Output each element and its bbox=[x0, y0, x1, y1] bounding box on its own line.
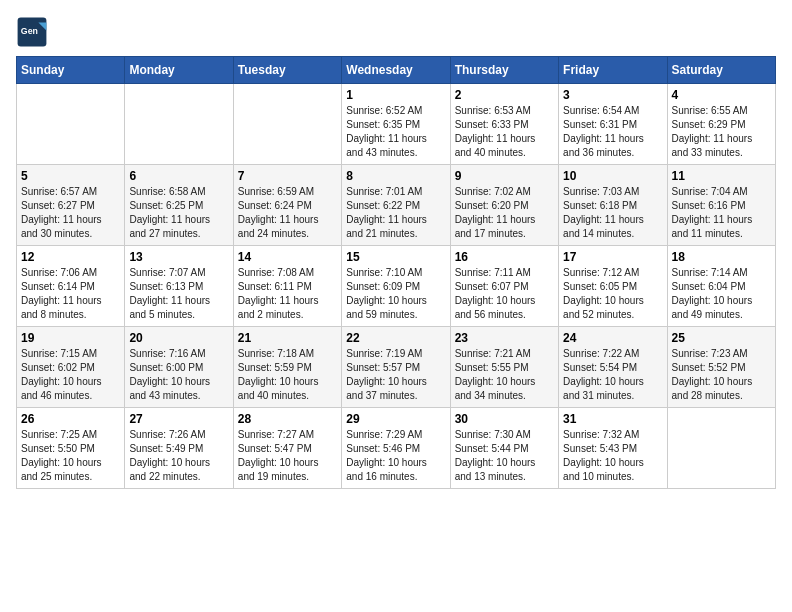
day-cell: 24Sunrise: 7:22 AM Sunset: 5:54 PM Dayli… bbox=[559, 327, 667, 408]
day-cell: 11Sunrise: 7:04 AM Sunset: 6:16 PM Dayli… bbox=[667, 165, 775, 246]
day-number: 3 bbox=[563, 88, 662, 102]
day-number: 23 bbox=[455, 331, 554, 345]
day-info: Sunrise: 6:59 AM Sunset: 6:24 PM Dayligh… bbox=[238, 185, 337, 241]
day-cell: 5Sunrise: 6:57 AM Sunset: 6:27 PM Daylig… bbox=[17, 165, 125, 246]
day-cell: 16Sunrise: 7:11 AM Sunset: 6:07 PM Dayli… bbox=[450, 246, 558, 327]
day-number: 27 bbox=[129, 412, 228, 426]
day-number: 7 bbox=[238, 169, 337, 183]
col-header-friday: Friday bbox=[559, 57, 667, 84]
week-row-2: 5Sunrise: 6:57 AM Sunset: 6:27 PM Daylig… bbox=[17, 165, 776, 246]
day-info: Sunrise: 7:15 AM Sunset: 6:02 PM Dayligh… bbox=[21, 347, 120, 403]
day-cell: 22Sunrise: 7:19 AM Sunset: 5:57 PM Dayli… bbox=[342, 327, 450, 408]
day-info: Sunrise: 7:29 AM Sunset: 5:46 PM Dayligh… bbox=[346, 428, 445, 484]
day-cell: 17Sunrise: 7:12 AM Sunset: 6:05 PM Dayli… bbox=[559, 246, 667, 327]
day-cell: 18Sunrise: 7:14 AM Sunset: 6:04 PM Dayli… bbox=[667, 246, 775, 327]
day-cell: 31Sunrise: 7:32 AM Sunset: 5:43 PM Dayli… bbox=[559, 408, 667, 489]
week-row-1: 1Sunrise: 6:52 AM Sunset: 6:35 PM Daylig… bbox=[17, 84, 776, 165]
day-cell: 29Sunrise: 7:29 AM Sunset: 5:46 PM Dayli… bbox=[342, 408, 450, 489]
day-cell: 12Sunrise: 7:06 AM Sunset: 6:14 PM Dayli… bbox=[17, 246, 125, 327]
day-info: Sunrise: 7:18 AM Sunset: 5:59 PM Dayligh… bbox=[238, 347, 337, 403]
day-number: 30 bbox=[455, 412, 554, 426]
logo: Gen bbox=[16, 16, 52, 48]
day-cell: 1Sunrise: 6:52 AM Sunset: 6:35 PM Daylig… bbox=[342, 84, 450, 165]
day-cell: 10Sunrise: 7:03 AM Sunset: 6:18 PM Dayli… bbox=[559, 165, 667, 246]
logo-icon: Gen bbox=[16, 16, 48, 48]
day-info: Sunrise: 7:10 AM Sunset: 6:09 PM Dayligh… bbox=[346, 266, 445, 322]
day-number: 22 bbox=[346, 331, 445, 345]
day-cell: 30Sunrise: 7:30 AM Sunset: 5:44 PM Dayli… bbox=[450, 408, 558, 489]
day-info: Sunrise: 7:25 AM Sunset: 5:50 PM Dayligh… bbox=[21, 428, 120, 484]
day-number: 24 bbox=[563, 331, 662, 345]
day-cell: 28Sunrise: 7:27 AM Sunset: 5:47 PM Dayli… bbox=[233, 408, 341, 489]
day-info: Sunrise: 7:27 AM Sunset: 5:47 PM Dayligh… bbox=[238, 428, 337, 484]
day-cell bbox=[667, 408, 775, 489]
day-info: Sunrise: 7:19 AM Sunset: 5:57 PM Dayligh… bbox=[346, 347, 445, 403]
header-row: SundayMondayTuesdayWednesdayThursdayFrid… bbox=[17, 57, 776, 84]
day-cell: 8Sunrise: 7:01 AM Sunset: 6:22 PM Daylig… bbox=[342, 165, 450, 246]
day-info: Sunrise: 7:16 AM Sunset: 6:00 PM Dayligh… bbox=[129, 347, 228, 403]
svg-text:Gen: Gen bbox=[21, 26, 38, 36]
day-info: Sunrise: 7:23 AM Sunset: 5:52 PM Dayligh… bbox=[672, 347, 771, 403]
day-cell: 9Sunrise: 7:02 AM Sunset: 6:20 PM Daylig… bbox=[450, 165, 558, 246]
day-number: 15 bbox=[346, 250, 445, 264]
day-number: 9 bbox=[455, 169, 554, 183]
day-cell: 19Sunrise: 7:15 AM Sunset: 6:02 PM Dayli… bbox=[17, 327, 125, 408]
day-cell: 20Sunrise: 7:16 AM Sunset: 6:00 PM Dayli… bbox=[125, 327, 233, 408]
day-number: 5 bbox=[21, 169, 120, 183]
day-cell: 15Sunrise: 7:10 AM Sunset: 6:09 PM Dayli… bbox=[342, 246, 450, 327]
week-row-4: 19Sunrise: 7:15 AM Sunset: 6:02 PM Dayli… bbox=[17, 327, 776, 408]
page-header: Gen bbox=[16, 16, 776, 48]
day-number: 11 bbox=[672, 169, 771, 183]
day-number: 18 bbox=[672, 250, 771, 264]
day-number: 6 bbox=[129, 169, 228, 183]
col-header-thursday: Thursday bbox=[450, 57, 558, 84]
day-cell: 3Sunrise: 6:54 AM Sunset: 6:31 PM Daylig… bbox=[559, 84, 667, 165]
day-info: Sunrise: 6:55 AM Sunset: 6:29 PM Dayligh… bbox=[672, 104, 771, 160]
day-info: Sunrise: 7:06 AM Sunset: 6:14 PM Dayligh… bbox=[21, 266, 120, 322]
day-info: Sunrise: 7:22 AM Sunset: 5:54 PM Dayligh… bbox=[563, 347, 662, 403]
day-info: Sunrise: 7:14 AM Sunset: 6:04 PM Dayligh… bbox=[672, 266, 771, 322]
day-cell: 27Sunrise: 7:26 AM Sunset: 5:49 PM Dayli… bbox=[125, 408, 233, 489]
col-header-monday: Monday bbox=[125, 57, 233, 84]
week-row-3: 12Sunrise: 7:06 AM Sunset: 6:14 PM Dayli… bbox=[17, 246, 776, 327]
day-cell: 13Sunrise: 7:07 AM Sunset: 6:13 PM Dayli… bbox=[125, 246, 233, 327]
day-cell bbox=[233, 84, 341, 165]
day-info: Sunrise: 7:08 AM Sunset: 6:11 PM Dayligh… bbox=[238, 266, 337, 322]
col-header-saturday: Saturday bbox=[667, 57, 775, 84]
day-number: 21 bbox=[238, 331, 337, 345]
day-info: Sunrise: 7:04 AM Sunset: 6:16 PM Dayligh… bbox=[672, 185, 771, 241]
day-cell: 26Sunrise: 7:25 AM Sunset: 5:50 PM Dayli… bbox=[17, 408, 125, 489]
day-info: Sunrise: 7:32 AM Sunset: 5:43 PM Dayligh… bbox=[563, 428, 662, 484]
day-info: Sunrise: 7:11 AM Sunset: 6:07 PM Dayligh… bbox=[455, 266, 554, 322]
day-number: 16 bbox=[455, 250, 554, 264]
day-cell: 6Sunrise: 6:58 AM Sunset: 6:25 PM Daylig… bbox=[125, 165, 233, 246]
day-info: Sunrise: 7:21 AM Sunset: 5:55 PM Dayligh… bbox=[455, 347, 554, 403]
day-info: Sunrise: 7:26 AM Sunset: 5:49 PM Dayligh… bbox=[129, 428, 228, 484]
day-number: 12 bbox=[21, 250, 120, 264]
day-number: 17 bbox=[563, 250, 662, 264]
day-cell: 25Sunrise: 7:23 AM Sunset: 5:52 PM Dayli… bbox=[667, 327, 775, 408]
day-info: Sunrise: 7:30 AM Sunset: 5:44 PM Dayligh… bbox=[455, 428, 554, 484]
day-cell: 23Sunrise: 7:21 AM Sunset: 5:55 PM Dayli… bbox=[450, 327, 558, 408]
week-row-5: 26Sunrise: 7:25 AM Sunset: 5:50 PM Dayli… bbox=[17, 408, 776, 489]
day-number: 26 bbox=[21, 412, 120, 426]
day-info: Sunrise: 6:54 AM Sunset: 6:31 PM Dayligh… bbox=[563, 104, 662, 160]
day-cell: 21Sunrise: 7:18 AM Sunset: 5:59 PM Dayli… bbox=[233, 327, 341, 408]
day-number: 4 bbox=[672, 88, 771, 102]
day-cell: 7Sunrise: 6:59 AM Sunset: 6:24 PM Daylig… bbox=[233, 165, 341, 246]
day-number: 20 bbox=[129, 331, 228, 345]
col-header-tuesday: Tuesday bbox=[233, 57, 341, 84]
day-cell: 4Sunrise: 6:55 AM Sunset: 6:29 PM Daylig… bbox=[667, 84, 775, 165]
day-info: Sunrise: 6:52 AM Sunset: 6:35 PM Dayligh… bbox=[346, 104, 445, 160]
day-number: 2 bbox=[455, 88, 554, 102]
day-info: Sunrise: 6:57 AM Sunset: 6:27 PM Dayligh… bbox=[21, 185, 120, 241]
day-info: Sunrise: 7:02 AM Sunset: 6:20 PM Dayligh… bbox=[455, 185, 554, 241]
day-number: 29 bbox=[346, 412, 445, 426]
day-cell bbox=[125, 84, 233, 165]
day-number: 1 bbox=[346, 88, 445, 102]
day-info: Sunrise: 7:07 AM Sunset: 6:13 PM Dayligh… bbox=[129, 266, 228, 322]
col-header-wednesday: Wednesday bbox=[342, 57, 450, 84]
day-number: 28 bbox=[238, 412, 337, 426]
day-number: 14 bbox=[238, 250, 337, 264]
day-number: 19 bbox=[21, 331, 120, 345]
